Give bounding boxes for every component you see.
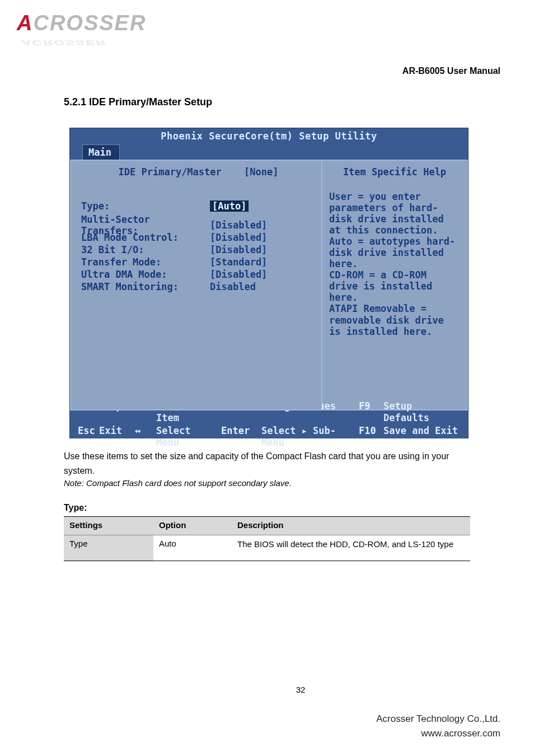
td-option: Auto [153, 535, 232, 561]
td-settings: Type [64, 535, 153, 561]
table-row: Type Auto The BIOS will detect the HDD, … [64, 535, 470, 561]
field-lba-value: [Disabled] [210, 232, 267, 243]
footer-company: Acrosser Technology Co.,Ltd. [376, 712, 500, 726]
field-transfer-value: [Standard] [210, 256, 267, 268]
field-smart[interactable]: SMART Monitoring: Disabled [81, 281, 316, 293]
field-udma-value: [Disabled] [210, 269, 267, 280]
ide-primary-master-label: IDE Primary/Master [119, 166, 222, 178]
field-32bit[interactable]: 32 Bit I/O: [Disabled] [81, 244, 316, 256]
bios-tabstrip: Main [70, 144, 468, 160]
th-option: Option [153, 517, 232, 535]
field-transfer[interactable]: Transfer Mode: [Standard] [81, 256, 316, 268]
field-type-label: Type: [81, 200, 210, 212]
field-type-value: [Auto] [210, 200, 249, 212]
logo-rest: CROSSER [33, 11, 146, 35]
field-type[interactable]: Type: [Auto] [81, 200, 316, 212]
logo-reflection: ACROSSER [21, 39, 106, 46]
bios-tab-main[interactable]: Main [82, 144, 120, 160]
paragraph-footnote: Note: Compact Flash card does not suppor… [64, 478, 470, 488]
bios-left-header: IDE Primary/Master [None] [81, 166, 316, 178]
footer-url: www.acrosser.com [376, 726, 500, 741]
field-udma[interactable]: Ultra DMA Mode: [Disabled] [81, 268, 316, 281]
fdesc-selectsubmenu: Select ▸ Sub-Menu [261, 425, 357, 449]
fdesc-saveexit: Save and Exit [383, 425, 460, 449]
bios-help-header: Item Specific Help [329, 166, 460, 178]
bios-title-bar: Phoenix SecureCore(tm) Setup Utility [70, 128, 468, 144]
bios-footer: F1 Help ↑↓ Select Item -/+ Change Values… [70, 410, 468, 438]
field-udma-label: Ultra DMA Mode: [81, 269, 210, 280]
fkey-f9: F9 [359, 400, 381, 424]
bios-help-text: User = you enter parameters of hard-disk… [329, 191, 460, 337]
field-lba[interactable]: LBA Mode Control: [Disabled] [81, 231, 316, 244]
type-heading: Type: [64, 503, 87, 513]
fkey-enter: Enter [221, 425, 259, 449]
th-description: Description [232, 517, 470, 535]
arrows-leftright-icon: ↔ [135, 425, 154, 449]
bios-help-pane: Item Specific Help User = you enter para… [321, 160, 468, 410]
fdesc-exit: Exit [99, 425, 133, 449]
bios-panes: IDE Primary/Master [None] Type: [Auto] M… [70, 160, 468, 410]
field-32bit-value: [Disabled] [210, 244, 267, 255]
td-desc: The BIOS will detect the HDD, CD-ROM, an… [232, 535, 470, 561]
field-smart-label: SMART Monitoring: [81, 281, 210, 292]
fkey-f10: F10 [359, 425, 381, 449]
field-multisector-value: [Disabled] [210, 220, 267, 231]
fdesc-selectmenu: Select Menu [156, 425, 219, 449]
bios-screenshot: Phoenix SecureCore(tm) Setup Utility Mai… [69, 128, 469, 438]
bios-fields: Type: [Auto] Multi-Sector Transfers: [Di… [81, 200, 316, 293]
field-multisector[interactable]: Multi-Sector Transfers: [Disabled] [81, 219, 316, 231]
options-table: Settings Option Description Type Auto Th… [64, 516, 470, 561]
fkey-esc: Esc [78, 425, 97, 449]
field-smart-value: Disabled [210, 281, 256, 292]
page-number: 32 [34, 685, 534, 694]
table-header-row: Settings Option Description [64, 516, 470, 535]
page-footer: Acrosser Technology Co.,Ltd. www.acrosse… [376, 712, 500, 740]
ide-primary-master-value: [None] [244, 166, 278, 178]
document-title: AR-B6005 User Manual [402, 66, 500, 76]
logo: ACROSSER [17, 11, 146, 35]
field-32bit-label: 32 Bit I/O: [81, 244, 210, 255]
paragraph-note: Use these items to set the size and capa… [64, 449, 470, 478]
logo-letter-a: A [17, 11, 33, 35]
bios-left-pane: IDE Primary/Master [None] Type: [Auto] M… [70, 160, 321, 410]
field-lba-label: LBA Mode Control: [81, 232, 210, 243]
field-transfer-label: Transfer Mode: [81, 256, 210, 268]
fdesc-setupdefaults: Setup Defaults [383, 400, 460, 424]
th-settings: Settings [64, 517, 153, 535]
section-heading: 5.2.1 IDE Primary/Master Setup [64, 96, 212, 108]
